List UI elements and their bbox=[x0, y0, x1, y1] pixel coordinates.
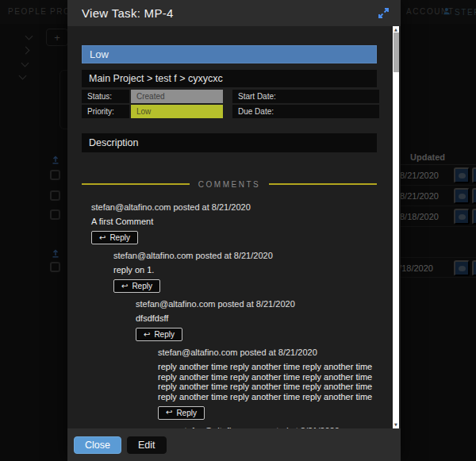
priority-label: Priority: bbox=[82, 105, 129, 118]
comment-meta: stefan@altafino.com posted at 8/21/2020 bbox=[158, 348, 377, 357]
reply-icon: ↩ bbox=[166, 409, 172, 417]
edit-button[interactable]: Edit bbox=[127, 436, 167, 454]
comment-meta: stefan@altafino.com posted at 8/21/2020 bbox=[91, 202, 377, 212]
scroll-up-icon[interactable]: ▲ bbox=[393, 27, 399, 32]
divider-line bbox=[269, 183, 377, 185]
comment: stefan@altafino.com posted at 8/21/2020d… bbox=[82, 299, 377, 341]
scrollbar-thumb[interactable] bbox=[393, 33, 399, 72]
priority-banner: Low bbox=[82, 45, 377, 63]
modal-footer: Close Edit bbox=[67, 428, 401, 461]
comment-text: reply another time reply another time re… bbox=[158, 362, 377, 401]
modal-title: View Task: MP-4 bbox=[82, 6, 174, 20]
comment-meta: stefan@altafino.com posted at 8/21/2020 bbox=[180, 426, 377, 429]
comment-text: dfsdfdsff bbox=[136, 313, 377, 324]
due-date-label: Due Date: bbox=[232, 105, 379, 118]
comment: stefan@altafino.com posted at 8/21/2020 bbox=[82, 426, 377, 429]
comments-divider: COMMENTS bbox=[82, 179, 377, 189]
comment-text: reply on 1. bbox=[113, 265, 377, 275]
reply-button[interactable]: ↩Reply bbox=[113, 279, 160, 293]
reply-button[interactable]: ↩Reply bbox=[91, 231, 138, 244]
reply-icon: ↩ bbox=[99, 234, 106, 242]
breadcrumb: Main Project > test f > cyxycxc bbox=[82, 70, 377, 87]
reply-label: Reply bbox=[132, 282, 152, 290]
modal-header: View Task: MP-4 bbox=[67, 0, 401, 26]
modal-scrollbar[interactable]: ▲ ▼ bbox=[393, 26, 399, 428]
comments-list: stefan@altafino.com posted at 8/21/2020A… bbox=[82, 202, 377, 428]
reply-icon: ↩ bbox=[121, 282, 128, 290]
priority-value: Low bbox=[131, 105, 223, 118]
status-value: Created bbox=[131, 90, 223, 103]
description-section: Description bbox=[82, 133, 377, 152]
reply-label: Reply bbox=[176, 409, 197, 417]
scroll-down-icon[interactable]: ▼ bbox=[393, 422, 399, 427]
reply-icon: ↩ bbox=[144, 331, 150, 339]
divider-line bbox=[82, 183, 190, 185]
task-fields: Status: Created Priority: Low Start Date… bbox=[82, 90, 377, 118]
expand-icon[interactable] bbox=[377, 6, 390, 20]
reply-button[interactable]: ↩Reply bbox=[158, 406, 205, 420]
status-label: Status: bbox=[82, 90, 129, 103]
reply-button[interactable]: ↩Reply bbox=[136, 328, 182, 341]
modal-body: Low Main Project > test f > cyxycxc Stat… bbox=[67, 26, 401, 428]
reply-label: Reply bbox=[154, 330, 175, 339]
screen: PEOPLE PROJECTS ACCOUNT STEFAN + Up bbox=[0, 0, 476, 461]
reply-label: Reply bbox=[109, 233, 130, 242]
comments-heading: COMMENTS bbox=[198, 180, 260, 189]
comment-meta: stefan@altafino.com posted at 8/21/2020 bbox=[136, 299, 377, 309]
comment: stefan@altafino.com posted at 8/21/2020r… bbox=[82, 251, 377, 293]
comment-meta: stefan@altafino.com posted at 8/21/2020 bbox=[113, 251, 377, 260]
comment-text: A first Comment bbox=[91, 217, 377, 227]
view-task-modal: View Task: MP-4 Low Main Project > test … bbox=[67, 0, 401, 461]
close-button[interactable]: Close bbox=[74, 436, 121, 454]
comment: stefan@altafino.com posted at 8/21/2020r… bbox=[82, 348, 377, 420]
start-date-label: Start Date: bbox=[232, 90, 379, 103]
comment: stefan@altafino.com posted at 8/21/2020A… bbox=[82, 202, 377, 244]
